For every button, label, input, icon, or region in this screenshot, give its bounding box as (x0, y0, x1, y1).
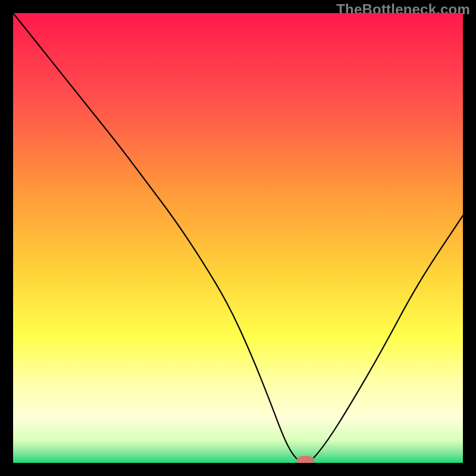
chart-frame: TheBottleneck.com (0, 0, 476, 476)
plot-area (13, 13, 463, 463)
chart-background (13, 13, 463, 463)
chart-svg (13, 13, 463, 463)
